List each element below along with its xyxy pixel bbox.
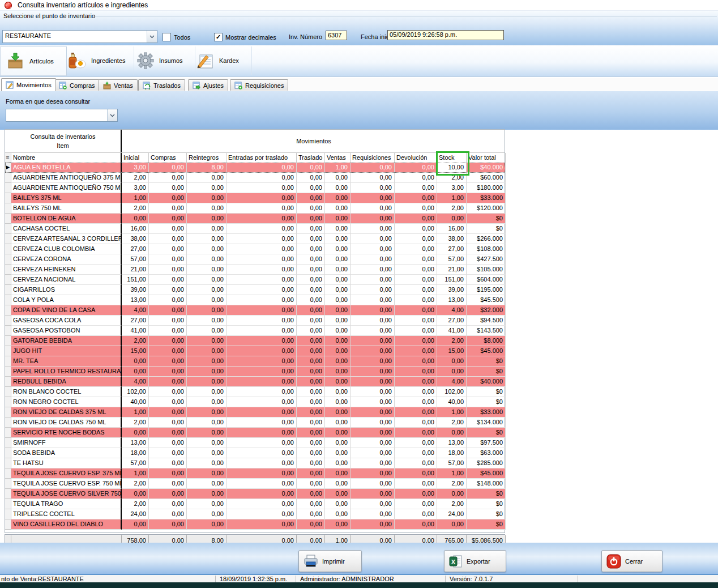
tab-ventas[interactable]: Ventas bbox=[99, 79, 138, 91]
forma-consulta-value bbox=[6, 109, 107, 121]
tab-movimientos[interactable]: Movimientos bbox=[1, 78, 56, 91]
value-cell-inicial: 27,00 bbox=[122, 316, 149, 326]
column-header-entradas-por-traslado[interactable]: Entradas por traslado bbox=[226, 153, 297, 163]
table-row[interactable]: CERVEZA HEINEKEN21,000,000,000,000,000,0… bbox=[5, 265, 505, 275]
table-row[interactable]: JUGO HIT15,000,000,000,000,000,000,000,0… bbox=[5, 346, 505, 356]
value-cell-traslado: 0,00 bbox=[297, 356, 325, 367]
column-header-inicial[interactable]: Inicial bbox=[122, 153, 149, 163]
chevron-down-icon[interactable] bbox=[147, 31, 157, 42]
table-row[interactable]: TEQUILA TRAGO2,000,000,000,000,000,000,0… bbox=[5, 499, 505, 509]
value-cell-entradas-por-traslado: 0,00 bbox=[226, 163, 297, 173]
toolbar-kardex-button[interactable]: Kardex bbox=[190, 46, 252, 75]
value-cell-devoluci-n: 0,00 bbox=[395, 367, 437, 377]
table-row[interactable]: AGUARDIENTE ANTIOQUEÑO 750 ML3,000,000,0… bbox=[5, 183, 505, 193]
column-header-devoluci-n[interactable]: Devolución bbox=[395, 153, 437, 163]
column-header-ventas[interactable]: Ventas bbox=[325, 153, 351, 163]
value-cell-entradas-por-traslado: 0,00 bbox=[226, 316, 297, 326]
table-row[interactable]: CERVEZA NACIONAL151,000,000,000,000,000,… bbox=[5, 275, 505, 285]
value-cell-valor-total: $40.000 bbox=[467, 377, 506, 387]
value-cell-reintegros: 0,00 bbox=[187, 183, 226, 193]
table-row[interactable]: PAPEL ROLLO TERMICO RESTAURAN0,000,000,0… bbox=[5, 367, 505, 377]
column-header-reintegros[interactable]: Reintegros bbox=[187, 153, 226, 163]
value-cell-compras: 0,00 bbox=[149, 254, 187, 265]
table-row[interactable]: TEQUILA JOSE CUERVO ESP. 375 ML1,000,000… bbox=[5, 468, 505, 479]
table-row[interactable]: RON NEGRO COCTEL40,000,000,000,000,000,0… bbox=[5, 397, 505, 407]
item-name-cell: SERVICIO RTE NOCHE BODAS bbox=[11, 428, 122, 438]
table-row[interactable]: SMIRNOFF13,000,000,000,000,000,000,000,0… bbox=[5, 438, 505, 448]
value-cell-ventas: 0,00 bbox=[325, 438, 351, 448]
table-row[interactable]: SERVICIO RTE NOCHE BODAS0,000,000,000,00… bbox=[5, 428, 505, 438]
chevron-down-icon[interactable] bbox=[107, 109, 117, 121]
todos-checkbox[interactable]: Todos bbox=[163, 33, 190, 41]
mostrar-decimales-checkbox[interactable]: ✓ Mostrar decimales bbox=[214, 33, 276, 41]
table-row[interactable]: RON BLANCO COCTEL102,000,000,000,000,000… bbox=[5, 387, 505, 397]
tab-traslados[interactable]: Traslados bbox=[138, 79, 185, 91]
table-row[interactable]: BOTELLON DE AGUA0,000,000,000,000,000,00… bbox=[5, 214, 505, 224]
row-marker bbox=[5, 305, 11, 316]
table-row[interactable]: RON VIEJO DE CALDAS 750 ML2,000,000,000,… bbox=[5, 417, 505, 428]
value-cell-requisiciones: 0,00 bbox=[351, 214, 395, 224]
table-row[interactable]: GASEOSA POSTOBON41,000,000,000,000,000,0… bbox=[5, 326, 505, 336]
table-row[interactable]: SODA BEBIDA18,000,000,000,000,000,000,00… bbox=[5, 448, 505, 458]
table-row[interactable]: BAILEYS 750 ML2,000,000,000,000,000,000,… bbox=[5, 203, 505, 214]
table-row[interactable]: CERVEZA CLUB COLOMBIA27,000,000,000,000,… bbox=[5, 244, 505, 254]
table-row[interactable]: CIGARRILLOS39,000,000,000,000,000,000,00… bbox=[5, 285, 505, 295]
table-row[interactable]: BAILEYS 375 ML1,000,000,000,000,000,000,… bbox=[5, 193, 505, 203]
value-cell-requisiciones: 0,00 bbox=[351, 224, 395, 234]
value-cell-compras: 0,00 bbox=[149, 336, 187, 346]
tab-movimientos-label: Movimientos bbox=[16, 82, 52, 88]
imprimir-button[interactable]: Imprimir bbox=[298, 550, 362, 572]
table-row[interactable]: TRIPLESEC COCTEL24,000,000,000,000,000,0… bbox=[5, 509, 505, 519]
value-cell-ventas: 0,00 bbox=[325, 183, 351, 193]
table-row[interactable]: GATORADE BEBIDA2,000,000,000,000,000,000… bbox=[5, 336, 505, 346]
checkbox-check-icon[interactable]: ✓ bbox=[214, 33, 223, 41]
table-row[interactable]: RON VIEJO DE CALDAS 375 ML1,000,000,000,… bbox=[5, 407, 505, 417]
cerrar-label: Cerrar bbox=[625, 558, 643, 565]
toolbar-insumos-label: Insumos bbox=[159, 57, 183, 64]
fecha-inicio-field[interactable]: 05/09/2019 9:26:58 p.m. bbox=[387, 30, 504, 40]
table-row[interactable]: COPA DE VINO DE LA CASA4,000,000,000,000… bbox=[5, 305, 505, 316]
toolbar-ingredientes-button[interactable]: Ingredientes bbox=[61, 46, 134, 75]
value-cell-entradas-por-traslado: 0,00 bbox=[226, 397, 297, 407]
tab-ajustes[interactable]: Ajustes bbox=[188, 79, 228, 91]
toolbar-articulos-button[interactable]: Artículos bbox=[0, 46, 67, 76]
value-cell-compras: 0,00 bbox=[149, 407, 187, 417]
column-header-nombre[interactable]: Nombre bbox=[11, 153, 122, 163]
column-header-traslado[interactable]: Traslado bbox=[297, 153, 325, 163]
value-cell-stock: 27,00 bbox=[437, 316, 467, 326]
table-row[interactable]: MR. TEA0,000,000,000,000,000,000,000,000… bbox=[5, 356, 505, 367]
column-header-compras[interactable]: Compras bbox=[149, 153, 187, 163]
value-cell-traslado: 0,00 bbox=[297, 234, 325, 244]
value-cell-devoluci-n: 0,00 bbox=[395, 193, 437, 203]
table-row[interactable]: ▶AGUA EN BOTELLA3,000,008,000,000,001,00… bbox=[5, 163, 505, 173]
forma-consulta-select[interactable] bbox=[6, 109, 118, 122]
tab-requisiciones[interactable]: Requisiciones bbox=[230, 79, 288, 91]
value-cell-devoluci-n: 0,00 bbox=[395, 326, 437, 336]
punto-inventario-select[interactable]: RESTAURANTE bbox=[2, 30, 157, 43]
value-cell-valor-total: $63.000 bbox=[467, 448, 506, 458]
table-row[interactable]: CERVEZA ARTESANAL 3 CORDILLERA38,000,000… bbox=[5, 234, 505, 244]
column-header-requisiciones[interactable]: Requisiciones bbox=[351, 153, 395, 163]
column-header-valor-total[interactable]: Valor total bbox=[467, 153, 506, 163]
table-row[interactable]: CACHASA COCTEL16,000,000,000,000,000,000… bbox=[5, 224, 505, 234]
table-row[interactable]: TEQUILA JOSE CUERVO ESP. 750 ML2,000,000… bbox=[5, 479, 505, 489]
value-cell-ventas: 0,00 bbox=[325, 428, 351, 438]
table-row[interactable]: TE HATSU57,000,000,000,000,000,000,000,0… bbox=[5, 458, 505, 468]
cerrar-button[interactable]: Cerrar bbox=[601, 550, 663, 572]
column-header-stock[interactable]: Stock bbox=[437, 153, 467, 163]
exportar-button[interactable]: X Exportar bbox=[444, 550, 506, 572]
table-row[interactable]: AGUARDIENTE ANTIOQUEÑO 375 ML2,000,000,0… bbox=[5, 173, 505, 183]
table-row[interactable]: CERVEZA CORONA57,000,000,000,000,000,000… bbox=[5, 254, 505, 265]
table-row[interactable]: TEQUILA JOSE CUERVO SILVER 750 M0,000,00… bbox=[5, 489, 505, 499]
excel-icon: X bbox=[449, 555, 463, 568]
table-row[interactable]: VINO CASILLERO DEL DIABLO0,000,000,000,0… bbox=[5, 519, 505, 530]
table-row[interactable]: REDBULL BEBIDA4,000,000,000,000,000,000,… bbox=[5, 377, 505, 387]
value-cell-traslado: 0,00 bbox=[297, 438, 325, 448]
value-cell-ventas: 0,00 bbox=[325, 203, 351, 214]
tab-compras[interactable]: Compras bbox=[54, 79, 100, 91]
table-row[interactable]: COLA Y POLA13,000,000,000,000,000,000,00… bbox=[5, 295, 505, 305]
table-row[interactable]: GASEOSA COCA COLA27,000,000,000,000,000,… bbox=[5, 316, 505, 326]
checkbox-box[interactable] bbox=[163, 33, 171, 41]
inv-numero-field[interactable]: 6307 bbox=[326, 31, 347, 40]
toolbar-insumos-button[interactable]: Insumos bbox=[131, 46, 195, 75]
